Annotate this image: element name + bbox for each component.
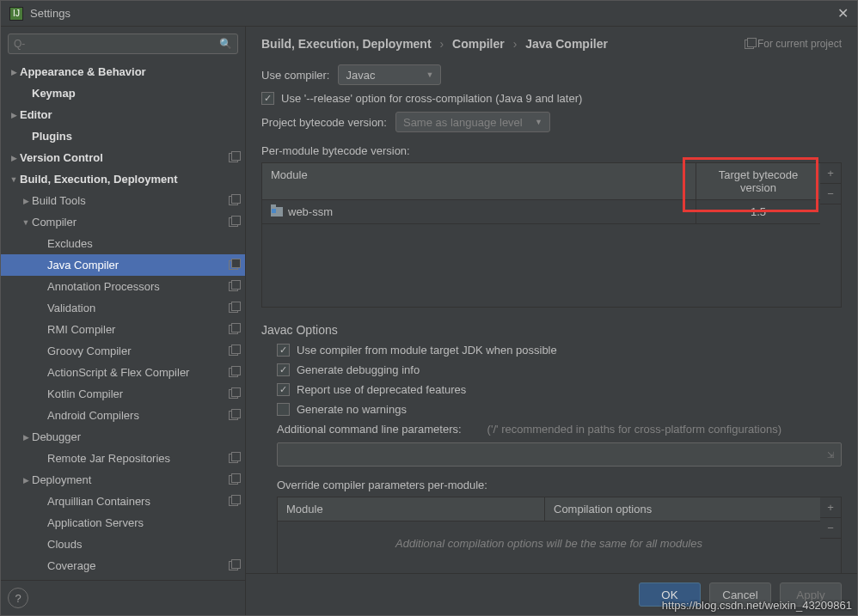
remove-button[interactable]: − [820,518,841,539]
project-scope-icon [229,497,238,506]
project-scope-icon [229,196,238,205]
sidebar-item-kotlin-compiler[interactable]: Kotlin Compiler [1,383,245,405]
close-icon[interactable]: ✕ [837,5,849,21]
help-button[interactable]: ? [8,588,28,608]
breadcrumb-b[interactable]: Compiler [452,37,505,51]
addl-params-hint: ('/' recommended in paths for cross-plat… [487,423,781,436]
project-scope-icon [229,325,238,334]
col-options[interactable]: Compilation options [545,497,820,521]
sidebar-item-appearance-behavior[interactable]: ▶Appearance & Behavior [1,61,245,82]
sidebar-item-build-execution-deployment[interactable]: ▼Build, Execution, Deployment [1,168,245,190]
sidebar-item-label: Editor [20,108,238,121]
tree-arrow-icon: ▼ [20,218,32,227]
table-row[interactable]: web-ssm 1.5 [262,200,820,224]
checkbox-icon [277,363,290,376]
project-bytecode-label: Project bytecode version: [261,116,387,129]
tree-arrow-icon: ▶ [20,197,32,205]
sidebar-item-rmi-compiler[interactable]: RMI Compiler [1,319,245,340]
sidebar-item-validation[interactable]: Validation [1,297,245,319]
remove-button[interactable]: − [820,184,841,204]
table-actions: + − [820,497,841,573]
col-module[interactable]: Module [262,163,696,199]
sidebar-item-arquillian-containers[interactable]: Arquillian Containers [1,491,245,512]
copy-icon [745,40,754,49]
sidebar-item-debugger[interactable]: ▶Debugger [1,426,245,448]
project-scope-icon [229,561,238,570]
checkbox-icon [277,344,290,357]
sidebar-item-excludes[interactable]: Excludes [1,233,245,254]
sidebar-item-label: Debugger [32,430,238,443]
sidebar-item-java-compiler[interactable]: Java Compiler [1,254,245,276]
sidebar-item-remote-jar-repositories[interactable]: Remote Jar Repositories [1,448,245,469]
content: Use compiler: Javac ▼ Use '--release' op… [246,58,857,573]
breadcrumb-c: Java Compiler [525,37,608,51]
opt2-label: Generate debugging info [297,363,420,376]
sidebar-item-application-servers[interactable]: Application Servers [1,512,245,534]
footer: OK Cancel Apply https://blog.csdn.net/we… [246,573,857,615]
sidebar-item-annotation-processors[interactable]: Annotation Processors [1,276,245,297]
add-button[interactable]: + [820,163,841,184]
project-bytecode-value: Same as language level [403,116,523,129]
window-title: Settings [30,7,837,20]
addl-params-label: Additional command line parameters: [277,423,462,436]
sidebar-item-deployment[interactable]: ▶Deployment [1,469,245,491]
sidebar-item-label: Annotation Processors [47,280,224,293]
app-icon: IJ [9,7,23,21]
opt1-label: Use compiler from module target JDK when… [297,344,557,357]
per-module-label: Per-module bytecode version: [261,144,842,157]
cell-module: web-ssm [262,200,696,223]
add-button[interactable]: + [820,497,841,518]
sidebar-item-label: Appearance & Behavior [20,65,238,78]
sidebar-item-label: ActionScript & Flex Compiler [47,366,224,379]
col-module[interactable]: Module [278,497,545,521]
opt-use-module-jdk[interactable]: Use compiler from module target JDK when… [277,344,842,357]
sidebar-item-label: Compiler [32,216,224,229]
titlebar: IJ Settings ✕ [1,1,857,27]
help-row: ? [1,580,245,615]
sidebar-item-plugins[interactable]: Plugins [1,125,245,147]
breadcrumb-a[interactable]: Build, Execution, Deployment [261,37,432,51]
sidebar-item-editor[interactable]: ▶Editor [1,104,245,125]
sidebar-item-version-control[interactable]: ▶Version Control [1,147,245,168]
project-scope-icon [229,282,238,291]
cell-target[interactable]: 1.5 [696,200,820,223]
opt-deprecated[interactable]: Report use of deprecated features [277,383,842,396]
tree-arrow-icon: ▶ [20,433,32,442]
sidebar-item-label: Remote Jar Repositories [47,452,224,465]
col-target[interactable]: Target bytecode version [696,163,820,199]
opt-debug-info[interactable]: Generate debugging info [277,363,842,376]
sidebar-item-clouds[interactable]: Clouds [1,534,245,555]
sidebar-item-label: Build Tools [32,194,224,207]
override-label: Override compiler parameters per-module: [277,479,842,491]
use-compiler-value: Javac [346,69,375,82]
sidebar-item-coverage[interactable]: Coverage [1,555,245,576]
per-module-table: Module Target bytecode version web-ssm 1… [261,162,842,308]
search-box[interactable]: 🔍 [8,34,238,54]
sidebar-item-actionscript-flex-compiler[interactable]: ActionScript & Flex Compiler [1,362,245,383]
addl-params-input[interactable]: ⇲ [277,442,842,467]
sidebar-item-label: Keymap [32,87,238,100]
sidebar-item-android-compilers[interactable]: Android Compilers [1,405,245,426]
project-bytecode-select[interactable]: Same as language level ▼ [395,112,550,132]
sidebar-item-groovy-compiler[interactable]: Groovy Compiler [1,340,245,362]
use-compiler-label: Use compiler: [261,69,329,82]
sidebar-item-label: Excludes [47,237,238,250]
project-note: For current project [745,38,842,50]
sidebar-item-keymap[interactable]: Keymap [1,82,245,104]
checkbox-icon [261,92,274,105]
use-compiler-select[interactable]: Javac ▼ [338,64,441,85]
sidebar-item-label: Version Control [20,151,224,164]
empty-message: Additional compilation options will be t… [278,521,820,573]
expand-icon[interactable]: ⇲ [827,450,834,460]
search-icon: 🔍 [219,38,232,50]
release-option-checkbox[interactable]: Use '--release' option for cross-compila… [261,92,842,105]
checkbox-icon [277,403,290,416]
project-scope-icon [229,346,238,356]
sidebar-item-compiler[interactable]: ▼Compiler [1,211,245,233]
javac-options-title: Javac Options [261,323,842,337]
opt3-label: Report use of deprecated features [297,383,466,396]
opt-no-warnings[interactable]: Generate no warnings [277,403,842,416]
sidebar-item-build-tools[interactable]: ▶Build Tools [1,190,245,211]
sidebar-item-label: Android Compilers [47,409,224,422]
search-input[interactable] [14,38,219,50]
